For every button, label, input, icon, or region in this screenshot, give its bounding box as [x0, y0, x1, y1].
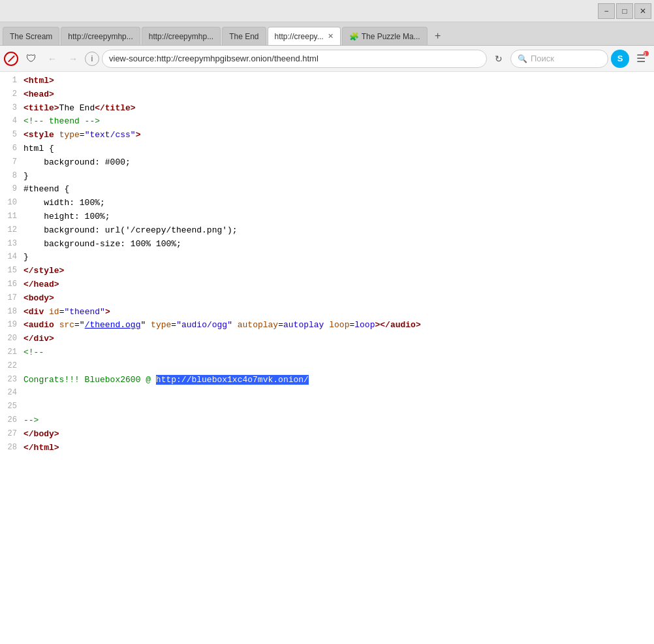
line-number: 3	[0, 102, 23, 116]
attr-value: "audio/ogg"	[176, 320, 232, 330]
line-content: <div id="theend">	[23, 306, 654, 319]
line-number: 14	[0, 251, 23, 265]
source-line: 13 background-size: 100% 100%;	[0, 238, 654, 251]
menu-badge: 1	[644, 51, 649, 56]
html-tag: <html>	[23, 76, 54, 86]
source-content: 1<html>2<head>3<title>The End</title>4<!…	[0, 72, 654, 644]
source-line: 28</html>	[0, 442, 654, 455]
comment: Congrats!!! Bluebox2600 @	[23, 375, 156, 385]
line-content: background-size: 100% 100%;	[23, 238, 654, 251]
line-number: 2	[0, 88, 23, 102]
tab-creepy-2[interactable]: http://creepymhp...	[142, 27, 221, 45]
html-tag: </html>	[23, 443, 59, 453]
menu-button[interactable]: ☰ 1	[632, 50, 650, 68]
source-text: background: #000;	[23, 157, 131, 167]
refresh-button[interactable]: ↻	[490, 50, 508, 68]
line-number: 10	[0, 197, 23, 210]
tab-the-end[interactable]: The End	[222, 27, 266, 45]
source-line: 19<audio src="/theend.ogg" type="audio/o…	[0, 319, 654, 332]
line-content: </head>	[23, 278, 654, 292]
line-number: 24	[0, 387, 23, 400]
tabs-bar: The Scream http://creepymhp... http://cr…	[0, 22, 654, 46]
search-placeholder: Поиск	[531, 54, 554, 63]
source-line: 25	[0, 400, 654, 414]
line-number: 4	[0, 115, 23, 129]
attr-name: id	[49, 307, 59, 317]
line-number: 9	[0, 183, 23, 197]
source-line: 20</div>	[0, 332, 654, 346]
line-number: 23	[0, 374, 23, 387]
line-number: 16	[0, 278, 23, 292]
source-text: #theend {	[23, 184, 69, 194]
line-content: #theend {	[23, 183, 654, 197]
line-content: background: url('/creepy/theend.png');	[23, 224, 654, 238]
html-tag: <style	[23, 130, 54, 140]
html-tag: </head>	[23, 280, 59, 289]
line-number: 7	[0, 156, 23, 170]
source-line: 4<!-- theend -->	[0, 115, 654, 129]
attr-value: loop	[354, 320, 375, 330]
tab-puzzle-ma[interactable]: 🧩 The Puzzle Ma...	[342, 27, 428, 45]
source-line: 26-->	[0, 414, 654, 428]
line-number: 8	[0, 170, 23, 184]
source-text: background: url('/creepy/theend.png');	[23, 225, 238, 235]
address-bar[interactable]: view-source:http://creepymhpgibsewr.onio…	[102, 50, 487, 68]
html-tag: <head>	[23, 89, 54, 99]
attr-name: loop	[329, 320, 349, 330]
source-text: =	[171, 320, 176, 330]
noscript-icon[interactable]	[4, 52, 18, 66]
shield-icon[interactable]: 🛡	[22, 50, 40, 68]
add-tab-button[interactable]: +	[429, 27, 447, 45]
html-tag: >	[105, 307, 110, 317]
line-content	[23, 400, 654, 414]
source-line: 5<style type="text/css">	[0, 129, 654, 142]
source-line: 15</style>	[0, 265, 654, 278]
tab-close-button[interactable]: ✕	[328, 32, 334, 40]
tab-creepy-active[interactable]: http://creepy... ✕	[268, 27, 341, 45]
maximize-button[interactable]: □	[616, 3, 633, 19]
toolbar: 🛡 ← → i view-source:http://creepymhpgibs…	[0, 46, 654, 72]
address-text: view-source:http://creepymhpgibsewr.onio…	[109, 54, 480, 63]
source-line: 18<div id="theend">	[0, 306, 654, 319]
line-content: <title>The End</title>	[23, 102, 654, 116]
attr-value: "theend"	[64, 307, 104, 317]
source-line: 2<head>	[0, 88, 654, 102]
line-number: 18	[0, 306, 23, 319]
tab-label: http://creepymhp...	[149, 32, 213, 41]
source-line: 23Congrats!!! Bluebox2600 @ http://blueb…	[0, 374, 654, 387]
back-button[interactable]: ←	[43, 50, 61, 68]
source-line: 10 width: 100%;	[0, 197, 654, 210]
source-line: 24	[0, 387, 654, 400]
attr-name: type	[59, 130, 80, 140]
source-text: ="	[74, 320, 85, 330]
tab-the-scream[interactable]: The Scream	[3, 27, 59, 45]
forward-button[interactable]: →	[64, 50, 82, 68]
search-box[interactable]: 🔍 Поиск	[510, 50, 608, 68]
line-content: </style>	[23, 265, 654, 278]
line-content: html {	[23, 142, 654, 156]
attr-value: "text/css"	[85, 130, 136, 140]
tab-creepy-1[interactable]: http://creepymhp...	[61, 27, 140, 45]
source-line: 22	[0, 360, 654, 374]
line-content: </div>	[23, 332, 654, 346]
line-content: <!-- theend -->	[23, 115, 654, 129]
line-number: 26	[0, 414, 23, 428]
line-number: 15	[0, 265, 23, 278]
skype-icon[interactable]: S	[611, 50, 629, 68]
line-content: width: 100%;	[23, 197, 654, 210]
highlighted-link[interactable]: http://bluebox1xc4o7mvk.onion/	[156, 375, 309, 385]
minimize-button[interactable]: −	[598, 3, 615, 19]
source-link[interactable]: /theend.ogg	[85, 320, 141, 330]
html-tag: <div	[23, 307, 44, 317]
source-line: 14}	[0, 251, 654, 265]
tab-label: http://creepy...	[275, 32, 324, 41]
info-button[interactable]: i	[85, 52, 99, 66]
line-content: Congrats!!! Bluebox2600 @ http://bluebox…	[23, 374, 654, 387]
tab-label: The End	[229, 32, 258, 41]
line-content: height: 100%;	[23, 210, 654, 224]
source-text: The End	[59, 103, 95, 113]
line-number: 1	[0, 74, 23, 88]
close-button[interactable]: ✕	[634, 3, 651, 19]
tab-label: The Puzzle Ma...	[362, 32, 420, 41]
attr-name: src	[59, 320, 74, 330]
